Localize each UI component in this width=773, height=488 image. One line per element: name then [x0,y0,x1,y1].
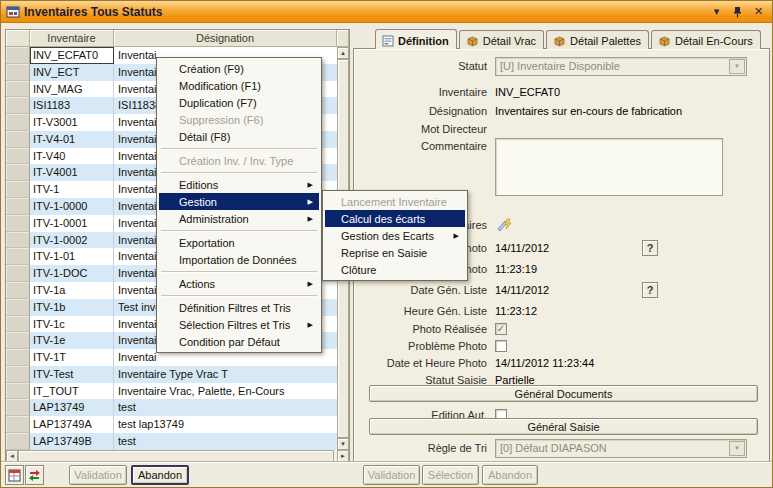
general-documents-button[interactable]: Général Documents [369,385,758,402]
heure-photo-field[interactable]: 11:23:19 [495,263,537,275]
inventaire-field[interactable]: INV_ECFAT0 [495,86,560,98]
box-icon [658,35,671,47]
menu-item-modification[interactable]: Modification (F1) [159,77,319,94]
menu-item-label: Définition Filtres et Tris [179,302,291,314]
menu-item-condition-defaut[interactable]: Condition par Défaut [159,333,319,350]
cell-inventaire: ITV-1-0001 [30,215,114,232]
regle-tri-label: Règle de Tri [355,442,495,454]
row-selector-cell[interactable] [6,164,30,181]
validation-button-right[interactable]: Validation [363,465,420,485]
form-row-photo-realisee: Photo Réalisée ✓ [355,320,761,338]
column-header-designation[interactable]: Désignation [114,30,337,47]
table-row[interactable]: LAP13749Btest [6,433,337,450]
form-row-date-gen-liste: Date Gén. Liste 14/11/2012 ? [355,281,761,299]
row-selector-cell[interactable] [6,265,30,282]
menu-item-label: Reprise en Saisie [341,247,427,259]
table-row[interactable]: ITV-TestInventaire Type Vrac T [6,366,337,383]
menu-item-actions[interactable]: Actions▶ [159,275,319,292]
probleme-photo-checkbox[interactable] [495,340,507,352]
table-row[interactable]: IT_TOUTInventaire Vrac, Palette, En-Cour… [6,383,337,400]
menu-item-definition-filtres[interactable]: Définition Filtres et Tris [159,299,319,316]
cell-inventaire: INV_MAG [30,81,114,98]
row-selector-cell[interactable] [6,198,30,215]
cell-inventaire: INV_ECFAT0 [30,47,114,64]
row-selector-cell[interactable] [6,299,30,316]
tab-bar: Définition Détail Vrac Détail Palettes D… [375,29,761,49]
app-icon [6,5,20,19]
transfer-button[interactable] [25,465,44,485]
gestionnaires-edit-icon[interactable] [495,218,515,232]
row-selector-cell[interactable] [6,416,30,433]
close-button[interactable]: ✕ [750,4,767,19]
row-selector-cell[interactable] [6,282,30,299]
row-selector-cell[interactable] [6,383,30,400]
menu-item-creation[interactable]: Création (F9) [159,60,319,77]
row-selector-cell[interactable] [6,148,30,165]
row-selector-cell[interactable] [6,131,30,148]
row-selector-cell[interactable] [6,366,30,383]
menu-item-gestion[interactable]: Gestion▶ [159,193,319,210]
heure-gen-liste-label: Heure Gén. Liste [355,305,495,317]
date-photo-field[interactable]: 14/11/2012 [495,242,549,254]
validation-button-left[interactable]: Validation [69,465,127,485]
submenu-arrow-icon: ▶ [302,215,313,223]
row-selector-cell[interactable] [6,81,30,98]
submenu-arrow-icon: ▶ [302,181,313,189]
row-selector-cell[interactable] [6,433,30,450]
grid-config-button[interactable] [5,465,24,485]
tab-definition[interactable]: Définition [375,29,457,49]
tab-detail-vrac[interactable]: Détail Vrac [459,30,544,49]
menu-item-duplication[interactable]: Duplication (F7) [159,94,319,111]
commentaire-textarea[interactable] [495,138,723,196]
menu-item-selection-filtres[interactable]: Sélection Filtres et Tris▶ [159,316,319,333]
regle-tri-select[interactable]: [0] Défaut DIAPASON ▼ [495,439,747,458]
submenu-item-calcul-ecarts[interactable]: Calcul des écarts [325,210,465,227]
submenu-item-cloture[interactable]: Clôture [325,261,465,278]
menu-item-detail[interactable]: Détail (F8) [159,128,319,145]
selection-button[interactable]: Sélection [422,465,479,485]
submenu-item-reprise[interactable]: Reprise en Saisie [325,244,465,261]
cell-inventaire: ITV-1-01 [30,248,114,265]
column-header-inventaire[interactable]: Inventaire [30,30,114,47]
row-selector-cell[interactable] [6,47,30,64]
row-selector-cell[interactable] [6,332,30,349]
menu-item-exportation[interactable]: Exportation [159,234,319,251]
submenu-item-gestion-ecarts[interactable]: Gestion des Ecarts▶ [325,227,465,244]
row-selector-cell[interactable] [6,215,30,232]
row-selector-cell[interactable] [6,316,30,333]
tab-detail-encours[interactable]: Détail En-Cours [651,30,761,49]
general-saisie-button[interactable]: Général Saisie [369,418,758,435]
table-row[interactable]: LAP13749test [6,399,337,416]
table-row[interactable]: LAP13749Atest lap13749 [6,416,337,433]
row-selector-cell[interactable] [6,349,30,366]
row-selector-cell[interactable] [6,181,30,198]
date-heure-photo-field: 14/11/2012 11:23:44 [495,357,594,369]
menu-item-administration[interactable]: Administration▶ [159,210,319,227]
date-gen-liste-field[interactable]: 14/11/2012 [495,284,549,296]
row-selector-cell[interactable] [6,248,30,265]
scroll-down-button[interactable]: ▼ [337,438,349,450]
cell-inventaire: ITV-1a [30,282,114,299]
date-gen-liste-help-button[interactable]: ? [642,282,658,298]
pin-button[interactable] [729,4,746,19]
row-selector-cell[interactable] [6,399,30,416]
statut-select[interactable]: [U] Inventaire Disponible ▼ [495,57,747,76]
tab-detail-palettes[interactable]: Détail Palettes [546,30,649,49]
menu-item-editions[interactable]: Editions▶ [159,176,319,193]
menu-item-importation[interactable]: Importation de Données [159,251,319,268]
menu-item-label: Lancement Inventaire [341,196,447,208]
designation-field[interactable]: Inventaires sur en-cours de fabrication [495,105,682,117]
abandon-button-right[interactable]: Abandon [482,465,538,485]
rollup-button[interactable]: ▾ [708,4,725,19]
heure-gen-liste-field[interactable]: 11:23:12 [495,305,537,317]
abandon-button-left[interactable]: Abandon [131,465,189,485]
row-selector-cell[interactable] [6,97,30,114]
probleme-photo-label: Problème Photo [355,340,495,352]
row-selector-cell[interactable] [6,64,30,81]
menu-item-label: Gestion des Ecarts [341,230,434,242]
photo-realisee-checkbox[interactable]: ✓ [495,323,507,335]
scroll-up-button[interactable]: ▲ [337,47,349,59]
date-photo-help-button[interactable]: ? [642,240,658,256]
row-selector-cell[interactable] [6,114,30,131]
row-selector-cell[interactable] [6,232,30,249]
